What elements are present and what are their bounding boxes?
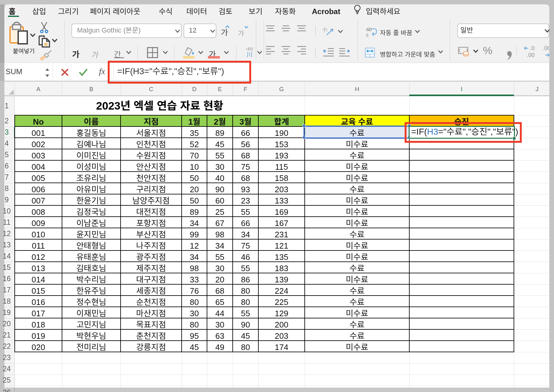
svg-text:ab: ab [366, 27, 372, 32]
svg-text:.0: .0 [530, 45, 535, 51]
svg-text:c: c [366, 32, 369, 38]
svg-text:.00: .00 [543, 45, 549, 51]
svg-text:.00: .00 [527, 52, 535, 58]
svg-text:가: 가 [320, 25, 329, 34]
